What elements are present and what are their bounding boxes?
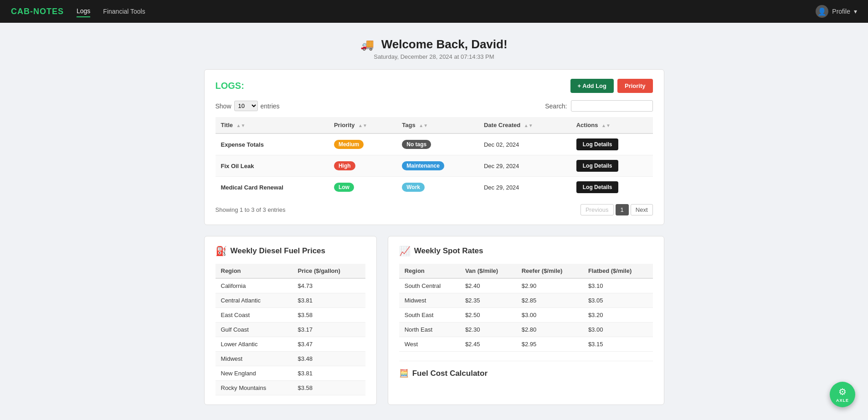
spot-van: $2.30 [460,323,516,337]
spot-flatbed: $3.20 [583,308,653,323]
fuel-region: Rocky Mountains [216,381,293,395]
search-box: Search: [545,100,652,112]
fuel-region: Lower Atlantic [216,337,293,352]
log-details-button[interactable]: Log Details [576,181,619,193]
welcome-title: 🚚 Welcome Back, David! [0,37,868,51]
spot-col-flatbed: Flatbed ($/mile) [583,264,653,278]
spot-reefer: $2.90 [516,278,583,293]
log-details-button[interactable]: Log Details [576,138,619,150]
main-content: LOGS: + Add Log Priority Show 10 25 50 1… [195,69,673,420]
search-input[interactable] [571,100,653,112]
table-controls: Show 10 25 50 100 entries Search: [216,100,653,112]
nav-logs[interactable]: Logs [77,5,90,17]
table-row: Medical Card Renewal Low Work Dec 29, 20… [216,177,653,198]
sort-icon-title: ▲▼ [236,123,246,128]
fab-button[interactable]: ⚙ AXLE [830,382,855,407]
nav-financial-tools[interactable]: Financial Tools [103,6,145,17]
add-log-button[interactable]: + Add Log [570,79,614,93]
navbar: CAB-NOTES Logs Financial Tools 👤 Profile… [0,0,868,23]
priority-button[interactable]: Priority [617,79,653,93]
logs-card: LOGS: + Add Log Priority Show 10 25 50 1… [204,69,664,225]
spot-van: $2.50 [460,308,516,323]
fuel-calc-title: Fuel Cost Calculator [412,369,488,378]
log-priority: Low [329,177,396,198]
spot-region: West [399,337,460,352]
log-tag: Work [396,177,478,198]
fuel-calculator-section: 🧮 Fuel Cost Calculator [399,361,653,378]
spot-reefer: $2.95 [516,337,583,352]
table-header-row: Title ▲▼ Priority ▲▼ Tags ▲▼ Date Create… [216,117,653,133]
fuel-prices-card: ⛽ Weekly Diesel Fuel Prices Region Price… [204,236,377,405]
log-actions: Log Details [571,177,653,198]
spot-row: South Central $2.40 $2.90 $3.10 [399,278,653,293]
next-button[interactable]: Next [631,204,653,215]
fuel-row: Gulf Coast $3.17 [216,323,365,337]
col-actions[interactable]: Actions ▲▼ [571,117,653,133]
log-details-button[interactable]: Log Details [576,160,619,172]
log-priority: Medium [329,133,396,155]
fuel-row: Lower Atlantic $3.47 [216,337,365,352]
spot-reefer: $2.80 [516,323,583,337]
spot-reefer: $3.00 [516,308,583,323]
show-entries: Show 10 25 50 100 entries [216,101,280,111]
pagination-controls: Previous 1 Next [580,204,653,215]
fab-gear-icon: ⚙ [838,386,847,397]
log-priority: High [329,155,396,177]
fuel-price: $3.17 [293,323,365,337]
col-date[interactable]: Date Created ▲▼ [478,117,571,133]
welcome-section: 🚚 Welcome Back, David! Saturday, Decembe… [0,23,868,69]
fuel-price: $3.58 [293,381,365,395]
fuel-card-title: ⛽ Weekly Diesel Fuel Prices [216,246,365,256]
spot-row: West $2.45 $2.95 $3.15 [399,337,653,352]
search-label: Search: [545,102,567,110]
bottom-grid: ⛽ Weekly Diesel Fuel Prices Region Price… [204,236,664,405]
fuel-header-row: Region Price ($/gallon) [216,264,365,278]
spot-table: Region Van ($/mile) Reefer ($/mile) Flat… [399,264,653,352]
fuel-region: New England [216,366,293,381]
fuel-icon: ⛽ [216,246,227,256]
fuel-region: Gulf Coast [216,323,293,337]
fab-label: AXLE [836,398,849,403]
entries-select[interactable]: 10 25 50 100 [234,101,258,111]
log-tag: Maintenance [396,155,478,177]
spot-van: $2.40 [460,278,516,293]
log-title: Fix Oil Leak [216,155,329,177]
col-title[interactable]: Title ▲▼ [216,117,329,133]
spot-col-reefer: Reefer ($/mile) [516,264,583,278]
spot-row: South East $2.50 $3.00 $3.20 [399,308,653,323]
spot-col-van: Van ($/mile) [460,264,516,278]
col-tags[interactable]: Tags ▲▼ [396,117,478,133]
fuel-price: $3.48 [293,352,365,366]
fuel-col-price: Price ($/gallon) [293,264,365,278]
spot-flatbed: $3.05 [583,293,653,308]
sort-icon-date: ▲▼ [524,123,533,128]
spot-flatbed: $3.10 [583,278,653,293]
profile-menu[interactable]: 👤 Profile ▾ [816,5,857,18]
showing-text: Showing 1 to 3 of 3 entries [216,206,286,213]
fuel-region: Central Atlantic [216,293,293,308]
spot-van: $2.35 [460,293,516,308]
spot-flatbed: $3.15 [583,337,653,352]
spot-row: North East $2.30 $2.80 $3.00 [399,323,653,337]
spot-region: North East [399,323,460,337]
table-row: Fix Oil Leak High Maintenance Dec 29, 20… [216,155,653,177]
spot-header-row: Region Van ($/mile) Reefer ($/mile) Flat… [399,264,653,278]
welcome-subtitle: Saturday, December 28, 2024 at 07:14:33 … [0,53,868,60]
prev-button[interactable]: Previous [580,204,614,215]
pagination-row: Showing 1 to 3 of 3 entries Previous 1 N… [216,204,653,215]
fuel-table: Region Price ($/gallon) California $4.73… [216,264,365,395]
spot-reefer: $2.85 [516,293,583,308]
profile-label: Profile [832,8,850,15]
logs-header-buttons: + Add Log Priority [570,79,653,93]
profile-icon: 👤 [816,5,828,18]
col-priority[interactable]: Priority ▲▼ [329,117,396,133]
page-1-button[interactable]: 1 [616,204,629,215]
log-tag: No tags [396,133,478,155]
fuel-row: New England $3.81 [216,366,365,381]
sort-icon-actions: ▲▼ [601,123,611,128]
profile-chevron-icon: ▾ [854,8,857,15]
spot-rates-card: 📈 Weekly Spot Rates Region Van ($/mile) … [388,236,664,405]
fuel-price: $3.81 [293,293,365,308]
fuel-region: Midwest [216,352,293,366]
fuel-row: East Coast $3.58 [216,308,365,323]
